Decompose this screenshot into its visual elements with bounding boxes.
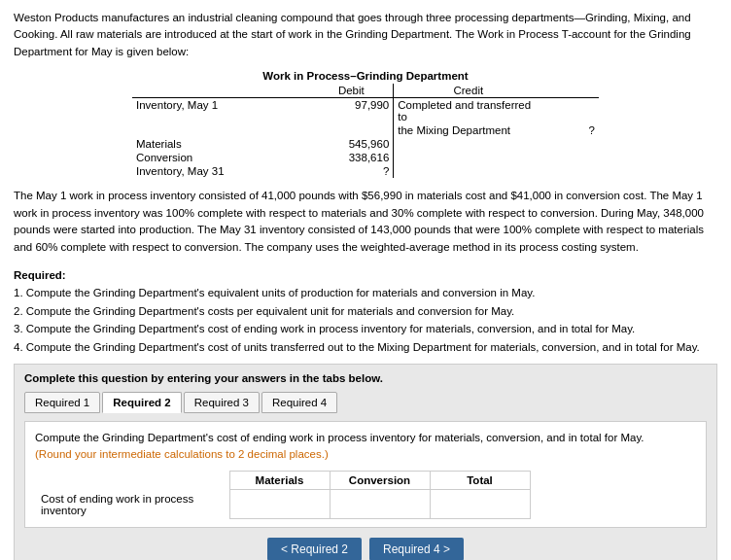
tab-required-3[interactable]: Required 3	[184, 392, 260, 413]
t-account-row-4: Conversion 338,616	[132, 151, 599, 164]
t-account-row-1: Inventory, May 1 97,990 Completed and tr…	[132, 97, 599, 123]
t-account-table: Debit Credit Inventory, May 1 97,990 Com…	[132, 84, 599, 178]
t-account-title: Work in Process–Grinding Department	[132, 70, 599, 82]
t-account-row-2: the Mixing Department ?	[132, 123, 599, 137]
input-table: Materials Conversion Total Cost of endin…	[35, 471, 531, 519]
t-account-row-3: Materials 545,960	[132, 137, 599, 151]
cell-conversion[interactable]	[330, 490, 430, 519]
content-area: Compute the Grinding Department's cost o…	[24, 421, 707, 529]
tab-required-4[interactable]: Required 4	[261, 392, 337, 413]
input-conversion[interactable]	[336, 498, 424, 511]
tab-required-1[interactable]: Required 1	[24, 392, 100, 413]
cell-materials[interactable]	[229, 490, 330, 519]
t-account-row-5: Inventory, May 31 ?	[132, 164, 599, 178]
cell-total[interactable]	[430, 490, 530, 519]
req-item-1: 1. Compute the Grinding Department's equ…	[14, 287, 535, 298]
orange-note: (Round your intermediate calculations to…	[35, 448, 329, 460]
col-header-label	[35, 472, 229, 490]
credit-header: Credit	[394, 84, 543, 98]
row-label: Cost of ending work in process inventory	[35, 490, 229, 519]
tabs-row: Required 1 Required 2 Required 3 Require…	[24, 392, 707, 413]
col-header-conversion: Conversion	[330, 472, 430, 490]
debit-header: Debit	[309, 84, 393, 98]
input-materials[interactable]	[236, 498, 324, 511]
complete-box: Complete this question by entering your …	[14, 364, 717, 560]
nav-buttons: < Required 2 Required 4 >	[24, 538, 707, 560]
required-title: Required:	[14, 269, 66, 281]
content-description: Compute the Grinding Department's cost o…	[35, 430, 696, 464]
t-account-container: Work in Process–Grinding Department Debi…	[132, 70, 599, 178]
input-total[interactable]	[436, 498, 524, 511]
tab-required-2[interactable]: Required 2	[102, 392, 181, 413]
table-row: Cost of ending work in process inventory	[35, 490, 530, 519]
req-item-2: 2. Compute the Grinding Department's cos…	[14, 305, 514, 317]
col-header-materials: Materials	[229, 472, 330, 490]
col-header-total: Total	[430, 472, 530, 490]
forward-button[interactable]: Required 4 >	[369, 538, 464, 560]
req-item-3: 3. Compute the Grinding Department's cos…	[14, 323, 635, 334]
back-button[interactable]: < Required 2	[267, 538, 362, 560]
req-item-4: 4. Compute the Grinding Department's cos…	[14, 341, 700, 353]
intro-text: Weston Products manufactures an industri…	[14, 10, 717, 60]
complete-instruction: Complete this question by entering your …	[24, 372, 707, 384]
body-text: The May 1 work in process inventory cons…	[14, 188, 717, 257]
required-section: Required: 1. Compute the Grinding Depart…	[14, 266, 717, 356]
